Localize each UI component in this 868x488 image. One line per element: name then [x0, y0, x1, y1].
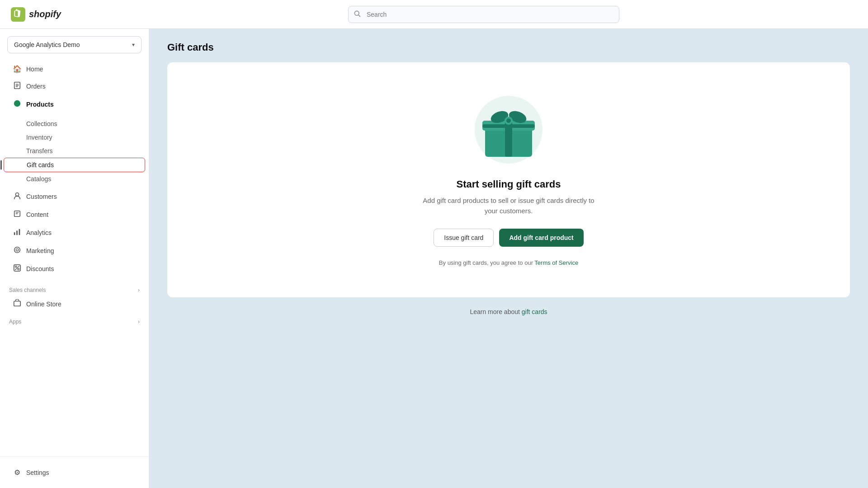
store-selector[interactable]: Google Analytics Demo ▾ [7, 36, 142, 53]
sidebar-item-settings-label: Settings [26, 469, 49, 476]
search-input[interactable] [348, 6, 619, 23]
sidebar-item-marketing[interactable]: Marketing [4, 242, 145, 260]
store-name: Google Analytics Demo [14, 41, 80, 48]
learn-more: Learn more about gift cards [167, 308, 850, 315]
page-title: Gift cards [167, 42, 850, 53]
sidebar-item-home-label: Home [26, 66, 43, 73]
gift-cards-card: Start selling gift cards Add gift card p… [167, 62, 850, 297]
svg-rect-19 [482, 124, 535, 128]
marketing-icon [13, 246, 22, 256]
sidebar-item-inventory-label: Inventory [26, 134, 52, 141]
sidebar-item-gift-cards[interactable]: Gift cards [4, 158, 145, 172]
sidebar-item-products[interactable]: Products [4, 95, 145, 113]
sidebar-item-content-label: Content [26, 211, 48, 218]
main-content: Gift cards St [149, 29, 868, 488]
svg-point-9 [14, 247, 20, 253]
products-icon [13, 99, 22, 109]
svg-rect-6 [14, 232, 15, 235]
sidebar-item-transfers[interactable]: Transfers [4, 144, 145, 158]
content-icon [13, 210, 22, 220]
sidebar-item-marketing-label: Marketing [26, 247, 54, 254]
svg-point-11 [15, 266, 17, 268]
orders-icon [13, 81, 22, 91]
primary-nav: 🏠 Home Orders Products [0, 61, 149, 117]
sidebar-item-discounts[interactable]: Discounts [4, 260, 145, 278]
learn-more-prefix: Learn more about [470, 308, 521, 315]
card-heading: Start selling gift cards [456, 178, 561, 190]
sales-channels-label: Sales channels [9, 287, 46, 293]
sales-channels-chevron-icon: › [138, 287, 140, 293]
apps-section: Apps › [0, 313, 149, 327]
sidebar-item-online-store[interactable]: Online Store [4, 295, 145, 313]
customers-icon [13, 192, 22, 202]
tos-link[interactable]: Terms of Service [534, 259, 578, 266]
apps-chevron-icon: › [138, 319, 140, 325]
learn-more-link[interactable]: gift cards [522, 308, 547, 315]
sidebar-item-inventory[interactable]: Inventory [4, 131, 145, 144]
svg-point-1 [354, 11, 359, 15]
gift-card-illustration [472, 94, 545, 166]
sidebar-item-home[interactable]: 🏠 Home [4, 61, 145, 77]
settings-icon: ⚙ [13, 468, 22, 477]
analytics-icon [13, 228, 22, 238]
svg-point-23 [506, 118, 511, 123]
sidebar-item-products-label: Products [26, 101, 54, 108]
issue-gift-card-button[interactable]: Issue gift card [434, 229, 494, 247]
tos-prefix: By using gift cards, you agree to our [439, 259, 535, 266]
main-layout: Google Analytics Demo ▾ 🏠 Home Orders Pr… [0, 29, 868, 488]
svg-rect-8 [19, 229, 20, 235]
apps-label: Apps [9, 319, 21, 325]
svg-rect-14 [14, 301, 20, 306]
chevron-down-icon: ▾ [132, 42, 135, 48]
svg-point-10 [16, 249, 18, 251]
card-actions: Issue gift card Add gift card product [434, 229, 583, 247]
add-gift-card-product-button[interactable]: Add gift card product [499, 229, 583, 247]
sales-channels-section: Sales channels › [0, 282, 149, 295]
sidebar-item-catalogs[interactable]: Catalogs [4, 172, 145, 186]
svg-rect-7 [16, 230, 18, 235]
search-bar[interactable] [348, 6, 619, 23]
sidebar-item-gift-cards-label: Gift cards [27, 161, 54, 169]
sidebar-item-orders-label: Orders [26, 83, 46, 90]
secondary-nav: Customers Content Analytics Marketing [0, 188, 149, 282]
sidebar-item-orders[interactable]: Orders [4, 77, 145, 95]
sidebar: Google Analytics Demo ▾ 🏠 Home Orders Pr… [0, 29, 149, 488]
sidebar-item-customers-label: Customers [26, 193, 57, 200]
sidebar-item-collections-label: Collections [26, 120, 57, 127]
sidebar-item-settings[interactable]: ⚙ Settings [4, 464, 145, 481]
sidebar-item-transfers-label: Transfers [26, 147, 53, 155]
online-store-icon [13, 299, 22, 309]
home-icon: 🏠 [13, 65, 22, 73]
sidebar-item-analytics-label: Analytics [26, 229, 52, 236]
sidebar-item-online-store-label: Online Store [26, 300, 61, 308]
sidebar-item-catalogs-label: Catalogs [26, 175, 51, 183]
shopify-wordmark: shopify [29, 9, 61, 19]
shopify-logo-icon [11, 7, 25, 22]
svg-point-3 [14, 100, 20, 107]
search-icon [354, 10, 361, 19]
sidebar-item-customers[interactable]: Customers [4, 188, 145, 206]
sidebar-item-collections[interactable]: Collections [4, 117, 145, 131]
sidebar-item-discounts-label: Discounts [26, 265, 54, 272]
discounts-icon [13, 264, 22, 274]
topbar: shopify [0, 0, 868, 29]
svg-point-12 [18, 268, 19, 270]
sidebar-item-content[interactable]: Content [4, 206, 145, 224]
sidebar-item-analytics[interactable]: Analytics [4, 224, 145, 242]
sub-nav-products: Collections Inventory Transfers Gift car… [0, 117, 149, 188]
svg-point-4 [15, 193, 19, 196]
card-description: Add gift card products to sell or issue … [423, 196, 594, 216]
sidebar-bottom: ⚙ Settings [0, 456, 149, 481]
logo-area: shopify [11, 7, 101, 22]
tos-text: By using gift cards, you agree to our Te… [439, 259, 578, 266]
